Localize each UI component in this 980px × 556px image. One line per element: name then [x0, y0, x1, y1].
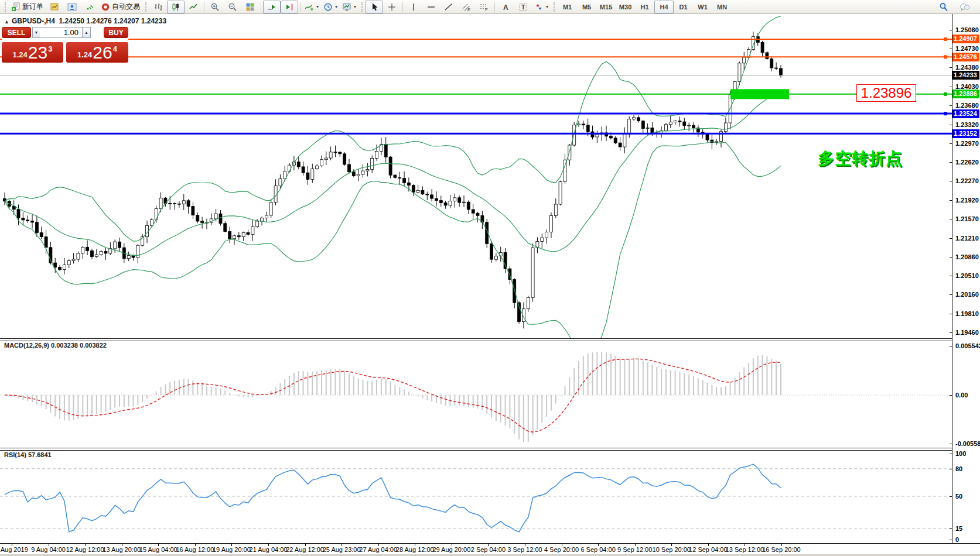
buy-price-pips: 4	[113, 44, 117, 53]
bar-chart-button[interactable]	[149, 1, 167, 13]
toolbar-grip[interactable]	[145, 2, 146, 12]
candle-body	[398, 177, 401, 178]
candle-body	[228, 232, 231, 239]
rsi-line	[5, 464, 781, 532]
autotrading-button[interactable]: 自动交易	[98, 1, 142, 13]
candle-body	[775, 68, 778, 68]
candle-body	[628, 119, 631, 134]
sell-button[interactable]: SELL	[2, 27, 31, 38]
time-label: 16 Aug 12:00	[176, 546, 214, 553]
cursor-button[interactable]	[366, 1, 383, 13]
rsi-scale-label: 0	[955, 536, 959, 543]
rsi-pane[interactable]	[0, 450, 952, 543]
hline-icon	[426, 2, 436, 12]
tf-m5-button[interactable]: M5	[577, 1, 596, 13]
volume-increase-button[interactable]: ▲	[83, 27, 91, 38]
tf-h1-button[interactable]: H1	[635, 1, 654, 13]
chart-canvas[interactable]	[0, 14, 952, 338]
chevron-down-icon[interactable]: ▾	[316, 4, 319, 9]
candle-body	[201, 221, 204, 222]
tile-windows-button[interactable]	[241, 1, 259, 13]
buy-price-prefix: 1.24	[77, 50, 92, 59]
indicator-icon	[305, 2, 314, 12]
price-scale[interactable]: 1.250801.247301.243801.240301.236801.233…	[952, 14, 980, 554]
buy-price-button[interactable]: 1.24 26 4	[66, 42, 128, 63]
volume-decrease-button[interactable]: ▼	[32, 27, 40, 38]
tf-w1-button[interactable]: W1	[693, 1, 712, 13]
tf-h4-button[interactable]: H4	[654, 1, 674, 13]
templates-button[interactable]: ▾	[340, 1, 358, 13]
new-order-button[interactable]: 新订单	[9, 1, 46, 13]
zoom-in-button[interactable]	[206, 1, 224, 13]
tf-m30-button[interactable]: M30	[616, 1, 635, 13]
pivot-text-annotation[interactable]: 多空转折点	[818, 147, 903, 170]
candle-body	[192, 207, 194, 215]
candle-body	[665, 125, 668, 131]
tf-m1-button[interactable]: M1	[558, 1, 577, 13]
auto-scroll-button[interactable]	[263, 1, 281, 13]
volume-input[interactable]	[40, 27, 83, 38]
candle-body	[311, 169, 314, 179]
time-label: 2 Sep 04:00	[471, 546, 506, 553]
scale-tick	[950, 346, 952, 346]
text-label-button[interactable]: T	[514, 1, 532, 13]
candle-body	[67, 260, 70, 265]
toolbar-grip[interactable]	[5, 2, 6, 12]
candle-body	[412, 186, 415, 193]
candle-body	[476, 213, 479, 215]
chart-window-button[interactable]	[46, 1, 63, 13]
indicators-button[interactable]: ▾	[302, 1, 321, 13]
scale-tick	[950, 444, 952, 444]
toolbar-grip[interactable]	[554, 2, 555, 12]
textT-icon: T	[518, 2, 528, 12]
search-button[interactable]	[935, 1, 952, 13]
collapse-panel-icon[interactable]: ▲	[4, 19, 9, 25]
candle-body	[159, 198, 162, 208]
candle-body	[375, 151, 378, 158]
candle-body	[724, 123, 727, 132]
line-handle	[944, 37, 947, 41]
time-label: 13 Sep 12:00	[726, 546, 764, 553]
time-axis[interactable]: 7 Aug 20199 Aug 04:0012 Aug 12:0013 Aug …	[0, 543, 980, 554]
time-label: 4 Sep 20:00	[544, 546, 579, 553]
channel-button[interactable]: E	[457, 1, 475, 13]
tf-m15-button[interactable]: M15	[596, 1, 616, 13]
macd-pane[interactable]	[0, 341, 952, 448]
symbol-ohlc-line: ▲GBPUSD-,H4 1.24250 1.24276 1.24207 1.24…	[4, 17, 166, 25]
tf-mn-button[interactable]: MN	[712, 1, 732, 13]
chat-button[interactable]	[956, 1, 974, 13]
horizontal-line-button[interactable]	[422, 1, 440, 13]
signals-button[interactable]	[81, 1, 98, 13]
candle-body	[637, 118, 640, 121]
chart-shift-button[interactable]	[281, 1, 298, 13]
fibonacci-button[interactable]: F	[475, 1, 493, 13]
candle-body	[463, 202, 466, 203]
trendline-button[interactable]	[440, 1, 457, 13]
price-tick-label: 1.24030	[955, 83, 979, 90]
tf-d1-button[interactable]: D1	[674, 1, 693, 13]
line-chart-button[interactable]	[185, 1, 202, 13]
price-text-annotation[interactable]: 1.23896	[856, 84, 916, 102]
candle-body	[674, 121, 677, 122]
toolbar-separator	[402, 2, 403, 12]
text-button[interactable]: A	[497, 1, 514, 13]
vertical-line-button[interactable]	[405, 1, 422, 13]
chevron-down-icon[interactable]: ▾	[546, 4, 548, 9]
crosshair-button[interactable]	[383, 1, 401, 13]
toolbar-grip[interactable]	[361, 2, 363, 12]
scale-tick	[950, 219, 952, 219]
profile-button[interactable]	[63, 1, 81, 13]
symbol-name: GBPUSD-,H4	[12, 17, 55, 25]
candle-body	[504, 252, 507, 269]
arrows-button[interactable]: ▾	[532, 1, 551, 13]
periods-button[interactable]: ▾	[321, 1, 340, 13]
sell-price-button[interactable]: 1.24 23 3	[2, 42, 63, 63]
buy-button[interactable]: BUY	[104, 27, 128, 38]
scale-tick	[950, 105, 952, 106]
chevron-down-icon[interactable]: ▾	[354, 4, 356, 9]
candlestick-button[interactable]	[167, 1, 185, 13]
zoom-out-button[interactable]	[224, 1, 241, 13]
candle-body	[541, 238, 544, 241]
price-tick-label: 1.20160	[955, 291, 979, 298]
chevron-down-icon[interactable]: ▾	[335, 4, 337, 9]
